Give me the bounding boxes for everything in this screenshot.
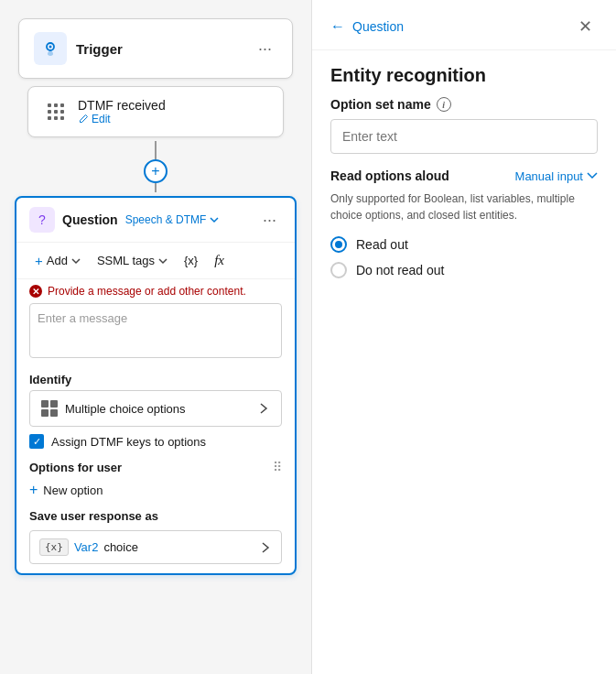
- radio-read-out-dot: [335, 241, 342, 248]
- radio-read-out-circle: [330, 236, 347, 253]
- checkbox-row[interactable]: ✓ Assign DTMF keys to options: [29, 434, 282, 449]
- identify-left: Multiple choice options: [41, 400, 186, 417]
- panel-header: ← Question ✕: [312, 0, 616, 50]
- question-block: ? Question Speech & DTMF ··· + Add: [15, 196, 297, 575]
- ssml-toolbar-button[interactable]: SSML tags: [92, 251, 173, 270]
- question-title: Question: [62, 212, 118, 227]
- panel-title: Entity recognition: [312, 50, 616, 93]
- trigger-dots-menu[interactable]: ···: [253, 38, 277, 60]
- info-icon: i: [437, 97, 451, 112]
- checkbox-icon: ✓: [29, 434, 44, 449]
- panel-body: Option set name i Read options aloud Man…: [312, 93, 616, 674]
- options-label: Options for user: [29, 461, 122, 474]
- trigger-title: Trigger: [76, 41, 123, 57]
- trigger-block: Trigger ···: [18, 18, 293, 79]
- question-dots-menu[interactable]: ···: [257, 209, 282, 232]
- new-option-plus-icon: +: [29, 482, 38, 498]
- dtmf-edit-link[interactable]: Edit: [78, 113, 166, 125]
- question-type-selector[interactable]: Speech & DTMF: [125, 213, 221, 226]
- trigger-svg-icon: [41, 39, 59, 58]
- radio-read-out[interactable]: Read out: [330, 236, 598, 253]
- add-chevron-down-icon: [71, 256, 81, 266]
- var-badge: {x}: [39, 538, 69, 556]
- save-row-chevron-right-icon: [259, 541, 272, 554]
- save-response-label: Save user response as: [16, 506, 295, 527]
- svg-rect-2: [48, 103, 51, 107]
- helper-text: Only supported for Boolean, list variabl…: [330, 190, 598, 223]
- variable-toolbar-button[interactable]: {x}: [178, 251, 203, 270]
- radio-do-not-read-out-label: Do not read out: [356, 263, 445, 277]
- option-set-name-label: Option set name i: [330, 97, 598, 112]
- edit-icon: [78, 114, 89, 125]
- close-panel-button[interactable]: ✕: [573, 15, 598, 38]
- ssml-chevron-down-icon: [158, 256, 168, 266]
- dtmf-svg-icon: [46, 102, 66, 122]
- radio-group: Read out Do not read out: [330, 236, 598, 278]
- dtmf-block: DTMF received Edit: [27, 86, 284, 137]
- dtmf-left: DTMF received Edit: [43, 98, 166, 125]
- manual-input-chevron-down-icon: [587, 170, 598, 181]
- add-connector-button[interactable]: +: [144, 159, 168, 183]
- connector-line-top: [155, 141, 157, 159]
- dtmf-title: DTMF received: [78, 98, 166, 113]
- plus-icon: +: [35, 253, 43, 268]
- manual-input-button[interactable]: Manual input: [515, 169, 598, 183]
- svg-rect-5: [48, 110, 51, 114]
- message-input[interactable]: Enter a message: [29, 303, 282, 358]
- right-panel: ← Question ✕ Entity recognition Option s…: [311, 0, 616, 674]
- fx-toolbar-button[interactable]: fx: [209, 250, 230, 271]
- new-option-row[interactable]: + New option: [29, 482, 282, 498]
- svg-rect-10: [60, 116, 64, 120]
- connector-line-bottom: [155, 183, 157, 192]
- identify-chevron-right-icon: [257, 402, 270, 415]
- options-header: Options for user ⠿: [16, 456, 295, 478]
- svg-rect-4: [60, 103, 64, 107]
- back-arrow-icon[interactable]: ←: [330, 18, 345, 35]
- read-options-label: Read options aloud: [330, 168, 449, 183]
- svg-rect-6: [54, 110, 58, 114]
- error-icon: ✕: [29, 285, 42, 298]
- chevron-down-icon: [209, 214, 220, 225]
- trigger-icon: [34, 32, 67, 65]
- panel-breadcrumb[interactable]: Question: [352, 19, 404, 34]
- radio-do-not-read-out[interactable]: Do not read out: [330, 262, 598, 278]
- svg-rect-3: [54, 103, 58, 107]
- trigger-left: Trigger: [34, 32, 123, 65]
- drag-icon: ⠿: [273, 460, 282, 474]
- svg-point-1: [49, 46, 52, 49]
- radio-do-not-read-out-circle: [330, 262, 347, 278]
- grid-icon: [41, 400, 58, 417]
- radio-read-out-label: Read out: [356, 237, 408, 252]
- question-toolbar: + Add SSML tags {x} fx: [16, 243, 295, 279]
- svg-rect-9: [54, 116, 58, 120]
- left-panel: Trigger ··· DTMF rece: [0, 0, 311, 674]
- choice-text: choice: [103, 540, 138, 554]
- error-message: ✕ Provide a message or add other content…: [16, 279, 295, 303]
- save-row[interactable]: {x} Var2 choice: [29, 530, 282, 564]
- identify-row[interactable]: Multiple choice options: [29, 390, 282, 427]
- add-toolbar-button[interactable]: + Add: [29, 250, 86, 271]
- identify-label: Identify: [16, 367, 295, 390]
- question-header-left: ? Question Speech & DTMF: [29, 207, 220, 233]
- svg-rect-8: [48, 116, 51, 120]
- dtmf-icon: [43, 99, 69, 125]
- svg-rect-7: [60, 110, 64, 114]
- dtmf-content: DTMF received Edit: [78, 98, 166, 125]
- question-header: ? Question Speech & DTMF ···: [16, 198, 295, 243]
- connector: +: [144, 141, 168, 192]
- read-options-section: Read options aloud Manual input: [330, 168, 598, 183]
- var-name: Var2: [74, 540, 99, 554]
- panel-header-left: ← Question: [330, 18, 404, 35]
- question-icon: ?: [29, 207, 55, 233]
- option-set-name-input[interactable]: [330, 119, 598, 154]
- save-left: {x} Var2 choice: [39, 538, 138, 556]
